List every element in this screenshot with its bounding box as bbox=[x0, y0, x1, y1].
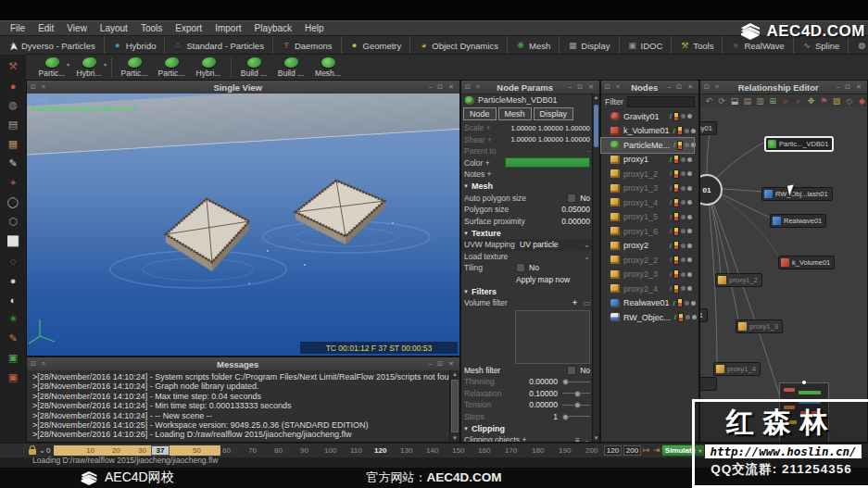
visibility-dot-icon[interactable] bbox=[681, 229, 686, 233]
sim-enabled-icon[interactable]: / bbox=[673, 127, 675, 135]
thinning-slider[interactable] bbox=[562, 382, 590, 382]
steps-slider[interactable] bbox=[562, 416, 590, 417]
node-row-proxy2-4[interactable]: proxy2_4/ bbox=[601, 282, 694, 296]
lock-dot-icon[interactable] bbox=[687, 272, 692, 277]
tension-field[interactable]: 0.00000 bbox=[529, 400, 558, 409]
visibility-dot-icon[interactable] bbox=[686, 315, 690, 319]
window-controls-icon[interactable]: – ⊡ ✕ bbox=[564, 83, 599, 91]
polygon-size-field[interactable]: 0.05000 bbox=[549, 205, 590, 214]
lock-dot-icon[interactable] bbox=[687, 200, 692, 205]
export-graph-icon[interactable]: ▨ bbox=[832, 96, 842, 106]
expand-plus-icon[interactable]: + bbox=[487, 169, 492, 179]
cache-state-icon[interactable] bbox=[677, 141, 683, 150]
sim-enabled-icon[interactable]: / bbox=[673, 299, 675, 307]
sim-enabled-icon[interactable]: / bbox=[670, 112, 672, 120]
cache-state-icon[interactable] bbox=[673, 241, 679, 250]
node-row-proxy2[interactable]: proxy2/ bbox=[601, 239, 694, 254]
cache-state-icon[interactable] bbox=[673, 212, 679, 221]
zoom-in-icon[interactable]: ⌕ bbox=[781, 96, 791, 106]
tab-mesh-params[interactable]: Mesh bbox=[498, 107, 532, 120]
lock-dot-icon[interactable] bbox=[691, 129, 696, 133]
undo-icon[interactable]: ↶ bbox=[704, 96, 714, 106]
mesh-filter-checkbox[interactable] bbox=[567, 366, 576, 375]
lock-dot-icon[interactable] bbox=[687, 215, 692, 219]
visibility-dot-icon[interactable] bbox=[681, 286, 686, 291]
wire-sphere-icon[interactable]: ◯ bbox=[4, 193, 22, 212]
lock-dot-icon[interactable] bbox=[691, 301, 696, 306]
tab-display-params[interactable]: Display bbox=[534, 107, 574, 120]
visibility-dot-icon[interactable] bbox=[685, 143, 689, 147]
filter-input[interactable] bbox=[627, 96, 695, 107]
wire-cube-icon[interactable]: ⬜ bbox=[4, 231, 22, 251]
move-graph-icon[interactable]: ✥ bbox=[806, 96, 816, 106]
sim-disabled-icon[interactable]: / bbox=[670, 270, 672, 279]
window-controls-icon[interactable]: – ⊡ ✕ bbox=[424, 83, 459, 91]
chevron-down-icon[interactable]: ▾ bbox=[104, 61, 107, 68]
surface-proximity-field[interactable]: 0.00000 bbox=[549, 217, 590, 226]
tab-geometry[interactable]: ●Geometry bbox=[342, 36, 411, 55]
goto-start-icon[interactable]: ↦ bbox=[643, 445, 650, 455]
tab-display[interactable]: ▦Display bbox=[560, 36, 619, 55]
expand-plus-icon[interactable]: + bbox=[522, 435, 526, 442]
panel-menu-icon[interactable]: ⊡ ≡ bbox=[27, 83, 51, 91]
tab-standard-particles[interactable]: ∴Standard - Particles bbox=[165, 36, 272, 55]
list-icon[interactable]: ≡ bbox=[575, 435, 580, 442]
lock-dot-icon[interactable] bbox=[687, 244, 692, 248]
auto-polygon-checkbox[interactable] bbox=[567, 194, 576, 203]
mesh-update-button[interactable]: Mesh... bbox=[309, 57, 346, 78]
layers-icon[interactable]: ▤ bbox=[4, 115, 22, 134]
unlink-icon[interactable]: ◆ bbox=[857, 96, 867, 106]
pencil-icon[interactable]: ✎ bbox=[4, 154, 22, 173]
refresh-icon[interactable]: ⟳ bbox=[717, 96, 727, 106]
steps-field[interactable]: 1 bbox=[553, 412, 558, 421]
dropdown-dash-icon[interactable]: ⌄ bbox=[584, 252, 590, 261]
dropdown-dash-icon[interactable]: - bbox=[587, 146, 590, 156]
scroll-up-icon[interactable]: ▲ bbox=[450, 371, 459, 377]
sim-disabled-icon[interactable]: / bbox=[670, 256, 672, 264]
node-row-proxy1[interactable]: proxy1/ bbox=[601, 153, 694, 168]
remove-filter-icon[interactable]: ▭ bbox=[583, 298, 590, 307]
cache-state-icon[interactable] bbox=[677, 126, 683, 135]
expand-plus-icon[interactable]: + bbox=[485, 158, 490, 168]
node-row-proxy1-6[interactable]: proxy1_6/ bbox=[601, 224, 694, 239]
node-row-realwave01[interactable]: Realwave01/ bbox=[601, 296, 694, 311]
particle-tool-button[interactable]: Partic... bbox=[116, 57, 153, 78]
tab-object-dynamics[interactable]: ◕Object Dynamics bbox=[410, 36, 508, 55]
expand-plus-icon[interactable]: + bbox=[486, 123, 491, 132]
node-row-proxy1-5[interactable]: proxy1_5/ bbox=[601, 210, 694, 225]
build-all-meshes-button[interactable]: Build ... bbox=[272, 57, 309, 78]
lock-dot-icon[interactable] bbox=[687, 186, 692, 191]
cache-state-icon[interactable] bbox=[673, 227, 679, 236]
visibility-dot-icon[interactable] bbox=[681, 272, 686, 277]
sim-enabled-icon[interactable]: / bbox=[674, 313, 676, 321]
scale-value[interactable]: 1.00000 1.00000 1.00000 bbox=[511, 124, 591, 132]
node-row-proxy2-2[interactable]: proxy2_2/ bbox=[601, 253, 694, 268]
globe-icon[interactable]: ◍ bbox=[4, 95, 22, 115]
menu-help[interactable]: Help bbox=[298, 23, 331, 33]
cache-state-icon[interactable] bbox=[678, 313, 684, 322]
hybrido-mesh-tool-button[interactable]: ▾Hybri... bbox=[70, 57, 107, 78]
tab-idoc[interactable]: ▣IDOC bbox=[620, 36, 673, 55]
hybrido-tool-button[interactable]: Hybri... bbox=[190, 57, 227, 78]
window-controls-icon[interactable]: – ⊡ ✕ bbox=[424, 360, 459, 368]
gizmo-icon[interactable]: ⬡ bbox=[4, 212, 22, 231]
messages-header[interactable]: ⊡ ≡ Messages – ⊡ ✕ bbox=[27, 357, 459, 371]
cache-state-icon[interactable] bbox=[673, 284, 679, 294]
graph-node-partial[interactable] bbox=[700, 377, 717, 391]
box-red-icon[interactable]: ▣ bbox=[4, 368, 22, 387]
menu-import[interactable]: Import bbox=[208, 23, 247, 33]
layout-graph-icon[interactable]: ⊞ bbox=[768, 96, 778, 106]
brush-orange-icon[interactable]: ✎ bbox=[4, 329, 22, 348]
cache-state-icon[interactable] bbox=[673, 155, 679, 164]
node-row-rw-object[interactable]: RW_Objec.../ bbox=[601, 310, 694, 325]
sim-disabled-icon[interactable]: / bbox=[670, 227, 672, 235]
lock-dot-icon[interactable] bbox=[687, 257, 692, 262]
scrollbar-thumb[interactable] bbox=[594, 105, 598, 147]
visibility-dot-icon[interactable] bbox=[681, 215, 686, 219]
menu-export[interactable]: Export bbox=[169, 23, 208, 33]
folder-icon[interactable]: ⬓ bbox=[730, 96, 740, 106]
node-row-gravity01[interactable]: Gravity01/ bbox=[601, 109, 694, 124]
camera-icon[interactable]: ▦ bbox=[4, 134, 22, 154]
apply-map-now-button[interactable]: Apply map now bbox=[516, 275, 570, 284]
thinning-field[interactable]: 0.00000 bbox=[529, 377, 558, 386]
